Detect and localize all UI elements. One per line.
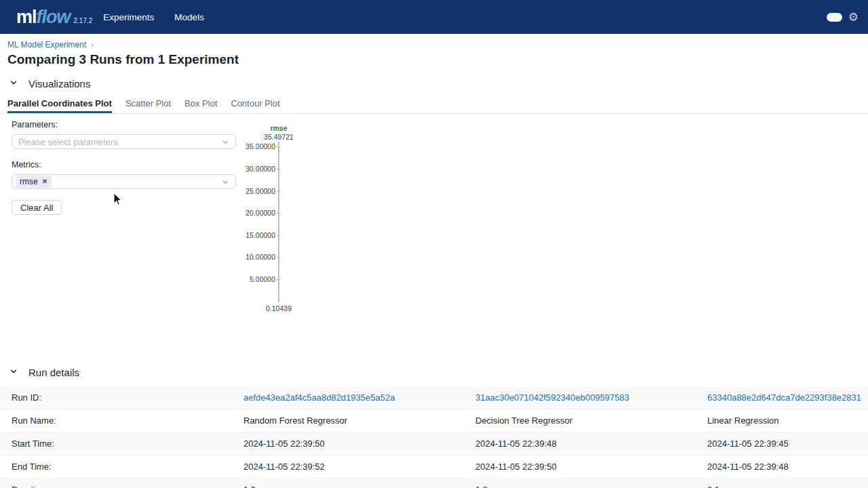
run-details-table: Run ID:aefde43ea2af4c5aa8d82d1935e5a52a3… [0, 386, 868, 488]
row-value-cell: 31aac30e071042f592340eb009597583 [464, 392, 696, 403]
table-row: Start Time:2024-11-05 22:39:502024-11-05… [0, 432, 868, 455]
axis-tick-label: 20.00000 [245, 209, 275, 217]
toggle-knob [827, 14, 835, 21]
top-navbar: mlflow 2.17.2 ExperimentsModels ⚙ [0, 0, 868, 34]
tab-scatter-plot[interactable]: Scatter Plot [125, 98, 171, 113]
run-id-link[interactable]: 31aac30e071042f592340eb009597583 [475, 392, 629, 403]
row-label: Run ID: [0, 392, 232, 403]
tab-box-plot[interactable]: Box Plot [184, 98, 217, 113]
row-label: End Time: [0, 462, 232, 472]
row-value-cell: aefde43ea2af4c5aa8d82d1935e5a52a [232, 392, 464, 403]
visualization-content: Parameters: Please select parameters Met… [0, 114, 868, 356]
axis-tick-label: 35.00000 [245, 142, 275, 150]
chevron-right-icon: › [91, 40, 94, 49]
row-value-cell: 2024-11-05 22:39:48 [696, 462, 868, 472]
chart-axis-min-value: 0.10439 [237, 304, 320, 312]
metrics-label: Metrics: [12, 160, 236, 169]
visualizations-section-title: Visualizations [28, 78, 90, 89]
nav-links: ExperimentsModels [103, 12, 204, 22]
row-value-cell: 1.9s [232, 485, 464, 488]
chart-axis-line[interactable] [278, 142, 279, 302]
row-value-cell: 2024-11-05 22:39:45 [696, 439, 868, 449]
row-value-cell: 2024-11-05 22:39:52 [232, 462, 464, 472]
row-value-cell: Linear Regression [696, 415, 868, 426]
metric-tag-rmse: rmse ✕ [16, 176, 52, 188]
theme-toggle[interactable] [827, 13, 842, 22]
mlflow-logo-ml: ml [16, 7, 37, 28]
table-row: End Time:2024-11-05 22:39:522024-11-05 2… [0, 455, 868, 479]
row-value-cell: 1.8s [464, 485, 696, 488]
tab-parallel-coordinates-plot[interactable]: Parallel Coordinates Plot [7, 98, 112, 113]
row-value-cell: Random Forest Regressor [232, 415, 464, 426]
visualizations-section-header[interactable]: Visualizations [9, 77, 868, 90]
tab-contour-plot[interactable]: Contour Plot [231, 98, 280, 113]
metrics-select[interactable]: rmse ✕ [12, 174, 236, 189]
navbar-right: ⚙ [827, 12, 859, 23]
clear-all-button[interactable]: Clear All [12, 200, 62, 215]
chevron-down-icon [222, 138, 229, 146]
mlflow-app: mlflow 2.17.2 ExperimentsModels ⚙ ML Mod… [0, 0, 868, 488]
parameters-placeholder: Please select parameters [18, 137, 222, 147]
nav-link-experiments[interactable]: Experiments [103, 12, 154, 22]
row-label: Duration: [0, 485, 232, 488]
run-details-section-title: Run details [28, 367, 79, 378]
table-row: Run ID:aefde43ea2af4c5aa8d82d1935e5a52a3… [0, 386, 868, 409]
axis-tick-label: 25.00000 [245, 187, 275, 195]
chevron-down-icon [9, 77, 18, 89]
run-details-section-header[interactable]: Run details [9, 365, 868, 379]
gear-icon[interactable]: ⚙ [848, 12, 859, 23]
run-id-link[interactable]: 63340a88e2d647dca7de2293f38e2831 [707, 392, 861, 403]
mlflow-logo-flow: flow [37, 7, 71, 28]
page-title: Comparing 3 Runs from 1 Experiment [7, 52, 868, 67]
axis-tick-label: 30.00000 [245, 165, 275, 173]
row-value-cell: 2024-11-05 22:39:50 [232, 439, 464, 449]
metric-tag-label: rmse [20, 177, 38, 186]
parallel-coordinates-chart[interactable]: rmse 35.49721 35.0000030.0000025.0000020… [237, 124, 332, 322]
table-row: Duration:1.9s1.8s3.1s [0, 479, 868, 488]
visualization-tabs: Parallel Coordinates PlotScatter PlotBox… [0, 98, 868, 114]
nav-link-models[interactable]: Models [174, 12, 204, 22]
row-value-cell: 2024-11-05 22:39:48 [464, 439, 696, 449]
parameters-select[interactable]: Please select parameters [12, 134, 236, 149]
chevron-down-icon [9, 366, 18, 378]
row-value-cell: 3.1s [696, 485, 868, 488]
axis-tick-label: 10.00000 [245, 253, 275, 261]
row-label: Run Name: [0, 415, 232, 426]
row-value-cell: Decision Tree Regressor [464, 415, 696, 426]
axis-tick-label: 5.00000 [250, 275, 275, 283]
run-id-link[interactable]: aefde43ea2af4c5aa8d82d1935e5a52a [243, 392, 395, 403]
chevron-down-icon [222, 178, 229, 186]
table-row: Run Name:Random Forest RegressorDecision… [0, 409, 868, 432]
plot-controls: Parameters: Please select parameters Met… [12, 120, 236, 215]
row-label: Start Time: [0, 439, 232, 449]
remove-metric-icon[interactable]: ✕ [42, 178, 47, 185]
parameters-label: Parameters: [12, 120, 236, 129]
mouse-cursor [113, 192, 123, 206]
mlflow-version: 2.17.2 [74, 17, 93, 24]
row-value-cell: 2024-11-05 22:39:50 [464, 462, 696, 472]
breadcrumb: ML Model Experiment › [0, 34, 868, 49]
chart-axis-title: rmse [237, 124, 320, 132]
breadcrumb-experiment-link[interactable]: ML Model Experiment [7, 40, 86, 49]
chart-axis-max-value: 35.49721 [237, 133, 320, 141]
row-value-cell: 63340a88e2d647dca7de2293f38e2831 [696, 392, 868, 403]
mlflow-logo[interactable]: mlflow 2.17.2 [16, 7, 92, 28]
axis-tick-label: 15.00000 [245, 231, 275, 239]
